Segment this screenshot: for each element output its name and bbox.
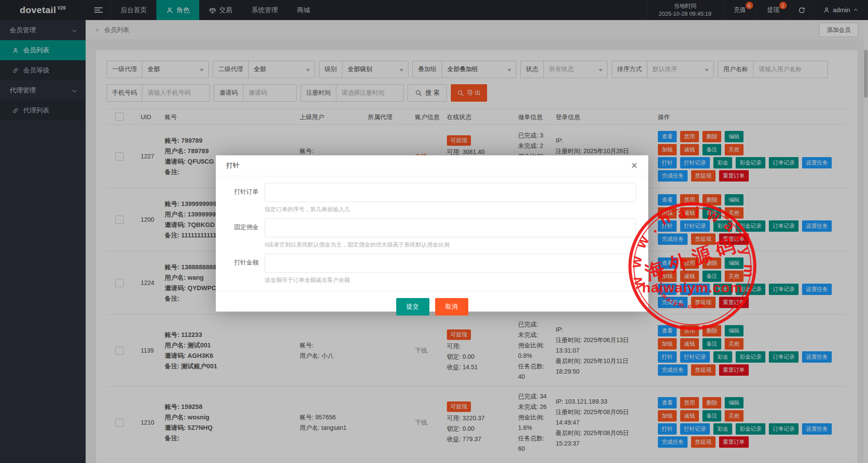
field-input-1[interactable] bbox=[265, 183, 636, 202]
submit-button[interactable]: 提交 bbox=[396, 298, 429, 316]
viewport: dovetailV20 后台首页角色交易系统管理商城 当地时间 2025-10-… bbox=[0, 0, 868, 463]
field-helper: 该金额等于订单金额减去客户余额 bbox=[265, 276, 636, 284]
inject-modal: 打针 ✕ 打针订单指定订单的序号，第几单就输入几固定佣金0或者空则以系统默认佣金… bbox=[216, 155, 648, 312]
modal-field: 固定佣金0或者空则以系统默认佣金为主，固定佣金的优先级高于系统默认佣金比例 bbox=[216, 218, 648, 249]
cancel-button[interactable]: 取消 bbox=[435, 298, 468, 316]
field-input-3[interactable] bbox=[265, 254, 636, 273]
field-label: 打针金额 bbox=[216, 254, 259, 284]
close-icon[interactable]: ✕ bbox=[631, 161, 638, 170]
field-label: 固定佣金 bbox=[216, 218, 259, 249]
modal-title: 打针 bbox=[226, 161, 239, 170]
field-helper: 指定订单的序号，第几单就输入几 bbox=[265, 206, 636, 213]
field-input-2[interactable] bbox=[265, 218, 636, 237]
field-label: 打针订单 bbox=[216, 183, 259, 213]
modal-field: 打针金额该金额等于订单金额减去客户余额 bbox=[216, 254, 648, 284]
field-helper: 0或者空则以系统默认佣金为主，固定佣金的优先级高于系统默认佣金比例 bbox=[265, 241, 636, 249]
modal-titlebar: 打针 ✕ bbox=[216, 155, 648, 176]
modal-body: 打针订单指定订单的序号，第几单就输入几固定佣金0或者空则以系统默认佣金为主，固定… bbox=[216, 176, 648, 284]
modal-footer: 提交 取消 bbox=[216, 291, 648, 316]
modal-field: 打针订单指定订单的序号，第几单就输入几 bbox=[216, 183, 648, 213]
